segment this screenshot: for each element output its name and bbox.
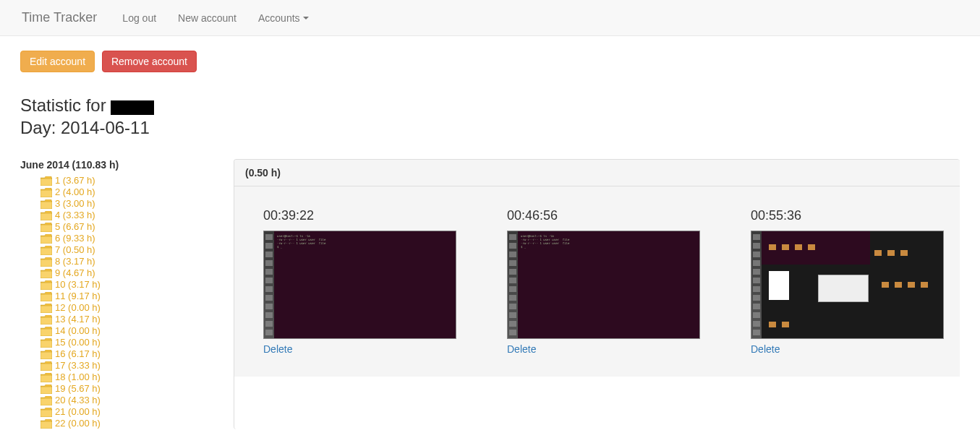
sidebar-day-item[interactable]: 9 (4.67 h) (41, 267, 234, 279)
sidebar-day-item[interactable]: 14 (0.00 h) (41, 325, 234, 337)
day-list: 1 (3.67 h)2 (4.00 h)3 (3.00 h)4 (3.33 h)… (20, 175, 234, 429)
button-row: Edit account Remove account (20, 51, 960, 72)
sidebar-day-item[interactable]: 11 (9.17 h) (41, 291, 234, 302)
folder-icon (41, 269, 52, 278)
sidebar-day-item[interactable]: 6 (9.33 h) (41, 233, 234, 244)
folder-icon (41, 327, 52, 336)
stat-prefix: Statistic for (20, 95, 111, 115)
sidebar-day-item[interactable]: 17 (3.33 h) (41, 360, 234, 372)
main-container: Edit account Remove account Statistic fo… (0, 36, 980, 438)
day-link[interactable]: 11 (9.17 h) (55, 291, 101, 302)
nav-accounts-dropdown[interactable]: Accounts (247, 1, 320, 35)
folder-icon (41, 234, 52, 244)
folder-icon (41, 199, 52, 209)
delete-link[interactable]: Delete (263, 343, 292, 355)
screenshot-time: 00:46:56 (507, 208, 700, 223)
day-link[interactable]: 1 (3.67 h) (55, 175, 95, 186)
folder-icon (41, 280, 52, 290)
day-link[interactable]: 9 (4.67 h) (55, 267, 95, 279)
screenshot-thumbnail[interactable] (751, 231, 944, 339)
brand-link[interactable]: Time Tracker (11, 0, 108, 36)
sidebar-day-item[interactable]: 22 (0.00 h) (41, 418, 234, 429)
sidebar-day-item[interactable]: 2 (4.00 h) (41, 186, 234, 198)
redacted-name (111, 100, 154, 115)
remove-account-button[interactable]: Remove account (102, 51, 197, 72)
day-link[interactable]: 20 (4.33 h) (55, 395, 101, 406)
sidebar-day-item[interactable]: 8 (3.17 h) (41, 256, 234, 267)
sidebar: June 2014 (110.83 h) 1 (3.67 h)2 (4.00 h… (20, 159, 234, 429)
panel-header: (0.50 h) (234, 160, 960, 186)
sidebar-day-item[interactable]: 19 (5.67 h) (41, 383, 234, 395)
nav-logout[interactable]: Log out (111, 1, 167, 35)
folder-icon (41, 361, 52, 371)
folder-icon (41, 419, 52, 429)
screenshot-row: 00:39:22user@host:~$ ls -la -rw-r--r-- 1… (263, 208, 931, 355)
sidebar-day-item[interactable]: 21 (0.00 h) (41, 406, 234, 418)
day-link[interactable]: 15 (0.00 h) (55, 337, 101, 348)
sidebar-day-item[interactable]: 13 (4.17 h) (41, 314, 234, 325)
screenshot-panel: (0.50 h) 00:39:22user@host:~$ ls -la -rw… (234, 159, 960, 429)
sidebar-day-item[interactable]: 1 (3.67 h) (41, 175, 234, 186)
day-link[interactable]: 7 (0.50 h) (55, 244, 95, 256)
folder-icon (41, 223, 52, 232)
day-link[interactable]: 18 (1.00 h) (55, 372, 101, 383)
sidebar-day-item[interactable]: 10 (3.17 h) (41, 279, 234, 291)
screenshot-time: 00:55:36 (751, 208, 944, 223)
day-link[interactable]: 8 (3.17 h) (55, 256, 95, 267)
folder-icon (41, 188, 52, 197)
folder-icon (41, 211, 52, 220)
edit-account-button[interactable]: Edit account (20, 51, 95, 72)
folder-icon (41, 176, 52, 186)
screenshot-item: 00:46:56user@host:~$ ls -la -rw-r--r-- 1… (507, 208, 700, 355)
sidebar-day-item[interactable]: 4 (3.33 h) (41, 210, 234, 221)
stat-day: Day: 2014-06-11 (20, 118, 150, 137)
folder-icon (41, 304, 52, 313)
folder-icon (41, 385, 52, 394)
screenshot-thumbnail[interactable]: user@host:~$ ls -la -rw-r--r-- 1 user us… (263, 231, 456, 339)
day-link[interactable]: 22 (0.00 h) (55, 418, 101, 429)
folder-icon (41, 257, 52, 267)
day-link[interactable]: 6 (9.33 h) (55, 233, 95, 244)
folder-icon (41, 408, 52, 417)
folder-icon (41, 315, 52, 325)
day-link[interactable]: 14 (0.00 h) (55, 325, 101, 337)
day-link[interactable]: 3 (3.00 h) (55, 198, 95, 210)
sidebar-day-item[interactable]: 20 (4.33 h) (41, 395, 234, 406)
sidebar-day-item[interactable]: 7 (0.50 h) (41, 244, 234, 256)
page-title: Statistic for Day: 2014-06-11 (20, 94, 960, 139)
day-link[interactable]: 16 (6.17 h) (55, 348, 101, 360)
delete-link[interactable]: Delete (751, 343, 780, 355)
sidebar-day-item[interactable]: 18 (1.00 h) (41, 372, 234, 383)
folder-icon (41, 338, 52, 348)
chevron-down-icon (303, 17, 309, 20)
nav-accounts-label: Accounts (258, 12, 300, 24)
screenshot-time: 00:39:22 (263, 208, 456, 223)
sidebar-day-item[interactable]: 16 (6.17 h) (41, 348, 234, 360)
folder-icon (41, 350, 52, 359)
folder-icon (41, 373, 52, 382)
navbar: Time Tracker Log out New account Account… (0, 0, 980, 36)
panel-body: 00:39:22user@host:~$ ls -la -rw-r--r-- 1… (234, 186, 960, 377)
screenshot-thumbnail[interactable]: user@host:~$ ls -la -rw-r--r-- 1 user us… (507, 231, 700, 339)
sidebar-day-item[interactable]: 12 (0.00 h) (41, 302, 234, 314)
day-link[interactable]: 10 (3.17 h) (55, 279, 101, 291)
sidebar-day-item[interactable]: 5 (6.67 h) (41, 221, 234, 233)
folder-icon (41, 246, 52, 255)
day-link[interactable]: 5 (6.67 h) (55, 221, 95, 233)
screenshot-item: 00:55:36Delete (751, 208, 944, 355)
screenshot-item: 00:39:22user@host:~$ ls -la -rw-r--r-- 1… (263, 208, 456, 355)
day-link[interactable]: 2 (4.00 h) (55, 186, 95, 198)
day-link[interactable]: 4 (3.33 h) (55, 210, 95, 221)
folder-icon (41, 396, 52, 405)
day-link[interactable]: 21 (0.00 h) (55, 406, 101, 418)
sidebar-day-item[interactable]: 15 (0.00 h) (41, 337, 234, 348)
day-link[interactable]: 17 (3.33 h) (55, 360, 101, 372)
folder-icon (41, 292, 52, 301)
delete-link[interactable]: Delete (507, 343, 536, 355)
month-label: June 2014 (110.83 h) (20, 159, 234, 171)
sidebar-day-item[interactable]: 3 (3.00 h) (41, 198, 234, 210)
day-link[interactable]: 13 (4.17 h) (55, 314, 101, 325)
day-link[interactable]: 12 (0.00 h) (55, 302, 101, 314)
nav-new-account[interactable]: New account (167, 1, 247, 35)
day-link[interactable]: 19 (5.67 h) (55, 383, 101, 395)
